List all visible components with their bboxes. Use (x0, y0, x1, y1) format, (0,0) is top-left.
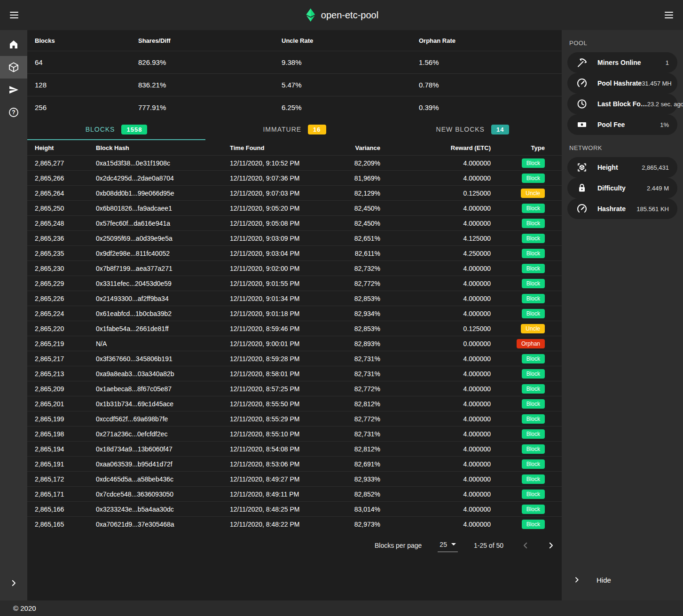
cell-reward: 0.125000 (380, 190, 491, 197)
stat-label: Last Block Fo… (597, 100, 647, 108)
stats-row: 128 836.21% 5.47% 0.78% (27, 73, 562, 96)
previous-page-button[interactable] (519, 539, 532, 552)
table-row: 2,865,220 0x1fabe54a...2661de81ff 12/11/… (27, 321, 562, 336)
col-hash: Block Hash (96, 144, 230, 151)
cell-variance: 82,772% (352, 280, 380, 287)
table-row: 2,865,198 0x271a236c...0efcfdf2ec 12/11/… (27, 426, 562, 441)
copyright-text: © 2020 (13, 604, 36, 612)
page-size-select[interactable]: 25 (438, 539, 458, 552)
cell-type: Block (491, 158, 554, 168)
stat-shares-value: 836.21% (138, 81, 282, 89)
cell-height: 2,865,229 (35, 280, 96, 287)
stats-header-row: Blocks Shares/Diff Uncle Rate Orphan Rat… (27, 30, 562, 51)
cell-height: 2,865,236 (35, 235, 96, 242)
cell-height: 2,865,209 (35, 385, 96, 393)
next-page-button[interactable] (545, 539, 557, 552)
cell-time: 12/11/2020, 9:05:08 PM (230, 220, 352, 227)
table-row: 2,865,165 0xa70621d9...37e305468a 12/11/… (27, 516, 562, 531)
cell-reward: 4.000000 (380, 445, 491, 453)
lock-icon (576, 182, 588, 194)
tab-new-blocks[interactable]: NEW BLOCKS 14 (384, 119, 562, 140)
table-row: 2,865,191 0xaa063539...b95d41d72f 12/11/… (27, 456, 562, 471)
table-row: 2,865,199 0xccdf562f...69a698b7fe 12/11/… (27, 411, 562, 426)
block-type-badge: Block (522, 429, 545, 439)
cell-time: 12/11/2020, 8:48:22 PM (230, 521, 352, 528)
table-row: 2,865,224 0x61eabfcd...1b0cba39b2 12/11/… (27, 306, 562, 321)
cell-height: 2,865,235 (35, 250, 96, 257)
cell-reward: 4.000000 (380, 385, 491, 393)
cell-variance: 82,651% (352, 235, 380, 242)
cell-hash: 0x25095f69...a0d39e9e5a (96, 235, 230, 242)
cell-reward: 4.000000 (380, 505, 491, 513)
nav-help-button[interactable]: ? (0, 101, 27, 124)
block-type-badge: Block (522, 505, 545, 514)
cell-variance: 82,731% (352, 355, 380, 363)
menu-icon-right[interactable] (659, 6, 678, 24)
tab-blocks[interactable]: BLOCKS 1558 (27, 119, 205, 140)
cell-height: 2,865,266 (35, 174, 96, 182)
block-type-badge: Block (522, 490, 545, 499)
cell-reward: 4.000000 (380, 295, 491, 302)
page-range-label: 1-25 of 50 (474, 542, 503, 549)
home-icon (8, 39, 19, 50)
cell-variance: 82,934% (352, 310, 380, 317)
cell-time: 12/11/2020, 8:49:11 PM (230, 490, 352, 498)
nav-blocks-button[interactable] (0, 56, 27, 79)
cell-hash: 0x57fec60f...da616e941a (96, 220, 230, 227)
cell-reward: 4.000000 (380, 205, 491, 212)
luck-stats-table: Blocks Shares/Diff Uncle Rate Orphan Rat… (27, 30, 562, 118)
blocks-table: Height Block Hash Time Found Variance Re… (27, 140, 562, 531)
stats-col-blocks: Blocks (35, 37, 138, 44)
menu-icon[interactable] (5, 6, 24, 24)
cell-type: Block (491, 249, 554, 258)
cell-type: Block (491, 459, 554, 469)
stat-value: 23.2 sec. ago (647, 101, 683, 108)
cell-height: 2,865,264 (35, 190, 96, 197)
block-type-badge: Block (522, 444, 545, 454)
send-icon (8, 84, 19, 95)
stat-value: 31.457 MH (642, 80, 672, 87)
pool-hashrate-stat: Pool Hashrate 31.457 MH (567, 73, 677, 94)
hide-sidebar-button[interactable]: Hide (562, 569, 683, 590)
cell-height: 2,865,277 (35, 159, 96, 167)
nav-payments-button[interactable] (0, 79, 27, 101)
cell-time: 12/11/2020, 8:58:01 PM (230, 370, 352, 378)
expand-rail-button[interactable] (0, 572, 27, 594)
col-type: Type (491, 144, 554, 151)
stat-shares-value: 777.91% (138, 103, 282, 111)
stat-blocks-value: 256 (35, 103, 138, 111)
tab-immature-count-badge: 16 (308, 125, 326, 134)
gauge-icon (576, 78, 588, 89)
cell-variance: 82,853% (352, 295, 380, 302)
stat-orphan-value: 0.39% (419, 103, 554, 111)
cell-time: 12/11/2020, 9:07:36 PM (230, 174, 352, 182)
cell-type: Orphan (491, 339, 554, 348)
etc-logo-icon (305, 8, 316, 22)
cell-hash: 0x6b801826...fa9adcaee1 (96, 205, 230, 212)
block-type-badge: Block (522, 249, 545, 258)
cell-height: 2,865,220 (35, 325, 96, 332)
cell-height: 2,865,230 (35, 265, 96, 272)
cell-variance: 82,129% (352, 190, 380, 197)
cell-hash: 0x271a236c...0efcfdf2ec (96, 430, 230, 438)
cell-hash: 0x1aebeca8...8f67c05e87 (96, 385, 230, 393)
cell-type: Uncle (491, 189, 554, 198)
cell-variance: 82,973% (352, 521, 380, 528)
chevron-right-icon (573, 576, 581, 584)
block-type-badge: Block (522, 459, 545, 469)
right-stats-sidebar: POOL Miners Online 1 Pool Hashrate (562, 30, 683, 600)
cell-reward: 4.000000 (380, 280, 491, 287)
cell-hash: 0x7cdce548...3636093050 (96, 490, 230, 498)
cell-height: 2,865,198 (35, 430, 96, 438)
cell-height: 2,865,166 (35, 505, 96, 513)
block-tabs: BLOCKS 1558 IMMATURE 16 NEW BLOCKS 14 (27, 119, 562, 140)
nav-home-button[interactable] (0, 33, 27, 56)
cell-reward: 0.125000 (380, 325, 491, 332)
tab-immature[interactable]: IMMATURE 16 (205, 119, 384, 140)
blocks-header-row: Height Block Hash Time Found Variance Re… (27, 140, 562, 155)
blocks-per-page-label: Blocks per page (375, 542, 422, 549)
cell-time: 12/11/2020, 8:49:27 PM (230, 475, 352, 483)
network-difficulty-stat: Difficulty 2.449 M (567, 178, 677, 198)
cell-variance: 81,969% (352, 174, 380, 182)
cell-type: Block (491, 444, 554, 454)
